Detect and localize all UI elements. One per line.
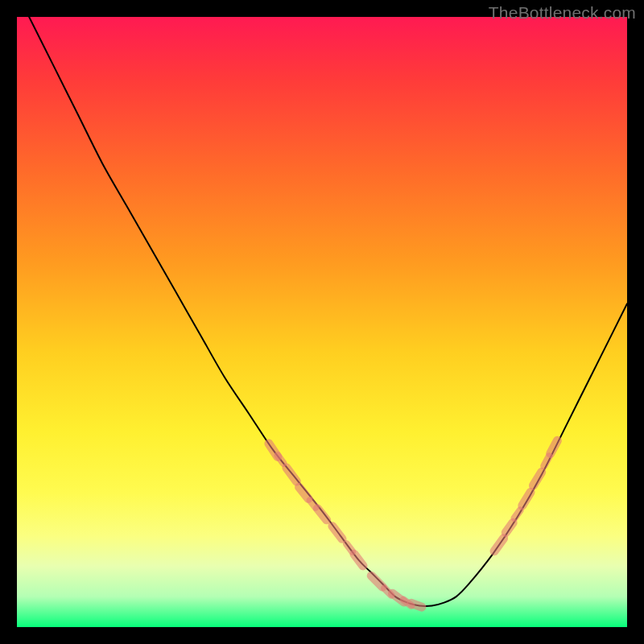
curve-marker xyxy=(278,456,283,464)
watermark-text: TheBottleneck.com xyxy=(489,3,636,23)
curve-marker xyxy=(544,456,549,466)
curve-marker xyxy=(514,510,520,518)
curve-marker xyxy=(506,522,513,532)
plot-area xyxy=(17,17,627,627)
gradient-background xyxy=(17,17,627,627)
chart-svg xyxy=(17,17,627,627)
chart-frame: TheBottleneck.com xyxy=(0,0,644,644)
curve-marker xyxy=(411,603,422,607)
curve-marker xyxy=(551,440,558,453)
curve-marker xyxy=(346,544,352,552)
